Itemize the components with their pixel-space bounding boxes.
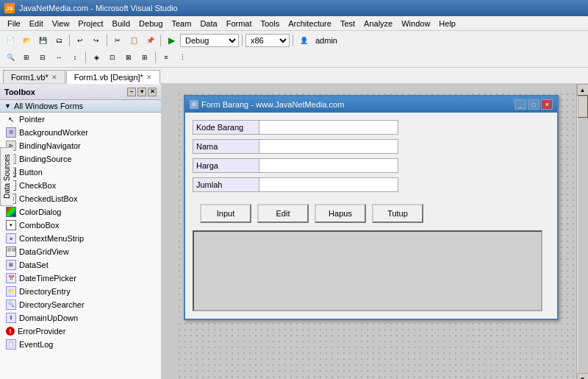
menu-edit[interactable]: Edit — [25, 18, 48, 29]
toolbox-item-label: DataGridView — [19, 247, 69, 256]
save-all-btn[interactable]: 🗂 — [51, 33, 66, 48]
menu-file[interactable]: File — [3, 18, 25, 29]
toolbox-item-label: EventLog — [19, 340, 53, 349]
menu-help[interactable]: Help — [434, 18, 460, 29]
toolbox-menu-btn[interactable]: ▾ — [137, 88, 146, 96]
toolbox-item-domainupdown[interactable]: ⇕ DomainUpDown — [0, 311, 161, 325]
open-btn[interactable]: 📂 — [19, 33, 34, 48]
menu-architecture[interactable]: Architecture — [284, 18, 336, 29]
toolbox-item-bgworker[interactable]: ⚙ BackgroundWorker — [0, 126, 161, 139]
eventlog-icon: 📋 — [6, 339, 16, 350]
data-sources-tab[interactable]: Data Sources — [0, 147, 13, 206]
tb2-btn11[interactable]: ⋮ — [175, 50, 190, 65]
toolbox-item-dataset[interactable]: ⊞ DataSet — [0, 258, 161, 272]
input-nama[interactable] — [259, 139, 398, 154]
input-jumlah[interactable] — [259, 177, 398, 192]
btn-input[interactable]: Input — [200, 204, 251, 223]
save-btn[interactable]: 💾 — [35, 33, 50, 48]
menu-window[interactable]: Window — [397, 18, 434, 29]
close-tab-form1-design[interactable]: ✕ — [146, 74, 152, 81]
menu-debug[interactable]: Debug — [135, 18, 167, 29]
paste-btn[interactable]: 📌 — [143, 33, 157, 48]
scroll-up-btn[interactable]: ▲ — [577, 84, 589, 96]
toolbox-pin-btn[interactable]: − — [127, 88, 136, 96]
toolbox-item-label: ComboBox — [19, 221, 59, 230]
toolbox-item-datetimepicker[interactable]: 📅 DateTimePicker — [0, 272, 161, 285]
tb2-btn7[interactable]: ⊡ — [105, 50, 120, 65]
scroll-thumb[interactable] — [578, 96, 588, 118]
form-datagrid[interactable] — [193, 230, 542, 311]
btn-hapus[interactable]: Hapus — [315, 204, 366, 223]
toolbox-item-checked-listbox[interactable]: ☑ CheckedListBox — [0, 192, 161, 205]
new-project-btn[interactable]: 📄 — [3, 33, 18, 48]
btn-tutup[interactable]: Tutup — [372, 204, 423, 223]
toolbox-item-label: Pointer — [19, 115, 45, 124]
tb2-btn3[interactable]: ⊟ — [35, 50, 50, 65]
toolbox-item-color-dialog[interactable]: ColorDialog — [0, 205, 161, 219]
menu-tools[interactable]: Tools — [257, 18, 284, 29]
form-maximize-btn[interactable]: □ — [528, 99, 539, 110]
sep2 — [107, 35, 107, 46]
design-canvas[interactable]: ⊞ Form Barang - www.JavaNetMedia.com _ □… — [176, 91, 576, 379]
toolbox-item-datagridview[interactable]: DataGridView — [0, 245, 161, 258]
form-minimize-btn[interactable]: _ — [514, 99, 526, 110]
form-body: Kode Barang Nama Harga Jumlah — [185, 113, 557, 319]
toolbox-item-combobox[interactable]: ▾ ComboBox — [0, 219, 161, 232]
app-icon: JS — [4, 3, 15, 13]
btn-edit[interactable]: Edit — [257, 204, 309, 223]
scroll-track — [578, 96, 588, 373]
run-btn[interactable]: ▶ — [164, 33, 179, 48]
toolbox-item-eventlog[interactable]: 📋 EventLog — [0, 338, 161, 351]
tb2-btn1[interactable]: 🔍 — [3, 50, 18, 65]
form-titlebar: ⊞ Form Barang - www.JavaNetMedia.com _ □… — [185, 96, 557, 113]
toolbox-item-checkbox[interactable]: ✓ CheckBox — [0, 179, 161, 192]
tb2-btn8[interactable]: ⊠ — [121, 50, 136, 65]
tab-form1-vb[interactable]: Form1.vb* ✕ — [3, 70, 65, 83]
datagridview-icon — [6, 247, 16, 257]
debug-config-select[interactable]: Debug — [180, 34, 239, 47]
menu-team[interactable]: Team — [168, 18, 196, 29]
redo-btn[interactable]: ↪ — [89, 33, 104, 48]
undo-btn[interactable]: ↩ — [73, 33, 87, 48]
form-title-left: ⊞ Form Barang - www.JavaNetMedia.com — [190, 100, 344, 109]
toolbox-item-context-menu[interactable]: ≡ ContextMenuStrip — [0, 232, 161, 245]
document-tabs: Form1.vb* ✕ Form1.vb [Design]* ✕ — [0, 68, 588, 84]
form-window[interactable]: ⊞ Form Barang - www.JavaNetMedia.com _ □… — [184, 95, 559, 320]
sep1 — [69, 35, 70, 46]
toolbox-item-errorprovider[interactable]: ! ErrorProvider — [0, 325, 161, 338]
toolbox-close-btn[interactable]: ✕ — [148, 88, 157, 96]
tb2-btn4[interactable]: ↔ — [51, 50, 66, 65]
toolbox-item-directorysearcher[interactable]: 🔍 DirectorySearcher — [0, 298, 161, 311]
toolbox-item-directoryentry[interactable]: 📁 DirectoryEntry — [0, 285, 161, 298]
toolbox-item-binding-navigator[interactable]: ⊳ BindingNavigator — [0, 139, 161, 152]
toolbox-item-pointer[interactable]: ↖ Pointer — [0, 113, 161, 126]
copy-btn[interactable]: 📋 — [126, 33, 141, 48]
tb2-btn10[interactable]: ≡ — [159, 50, 173, 65]
form-close-btn[interactable]: ✕ — [541, 99, 553, 110]
tb2-btn5[interactable]: ↕ — [68, 50, 82, 65]
toolbox-item-button[interactable]: ab Button — [0, 166, 161, 179]
menu-format[interactable]: Format — [222, 18, 257, 29]
tb2-btn6[interactable]: ◈ — [89, 50, 104, 65]
toolbox-section-header[interactable]: ▼ All Windows Forms — [0, 100, 161, 113]
menu-test[interactable]: Test — [336, 18, 359, 29]
menu-data[interactable]: Data — [196, 18, 221, 29]
label-nama: Nama — [193, 139, 259, 154]
toolbox-item-label: DateTimePicker — [19, 274, 76, 283]
close-tab-form1-vb[interactable]: ✕ — [51, 74, 57, 81]
menu-build[interactable]: Build — [108, 18, 135, 29]
input-harga[interactable] — [259, 158, 398, 173]
section-collapse-icon: ▼ — [4, 102, 11, 110]
toolbox-item-binding-source[interactable]: ⊞ BindingSource — [0, 152, 161, 166]
tab-form1-design[interactable]: Form1.vb [Design]* ✕ — [66, 70, 160, 84]
tb2-btn9[interactable]: ⊞ — [137, 50, 152, 65]
platform-select[interactable]: x86 — [245, 34, 290, 47]
menu-view[interactable]: View — [48, 18, 74, 29]
menu-project[interactable]: Project — [74, 18, 107, 29]
tb2-btn2[interactable]: ⊞ — [19, 50, 34, 65]
user-btn[interactable]: 👤 — [296, 33, 311, 48]
scroll-down-btn[interactable]: ▼ — [577, 373, 589, 379]
menu-analyze[interactable]: Analyze — [359, 18, 397, 29]
cut-btn[interactable]: ✂ — [110, 33, 125, 48]
input-kode-barang[interactable] — [259, 120, 398, 135]
